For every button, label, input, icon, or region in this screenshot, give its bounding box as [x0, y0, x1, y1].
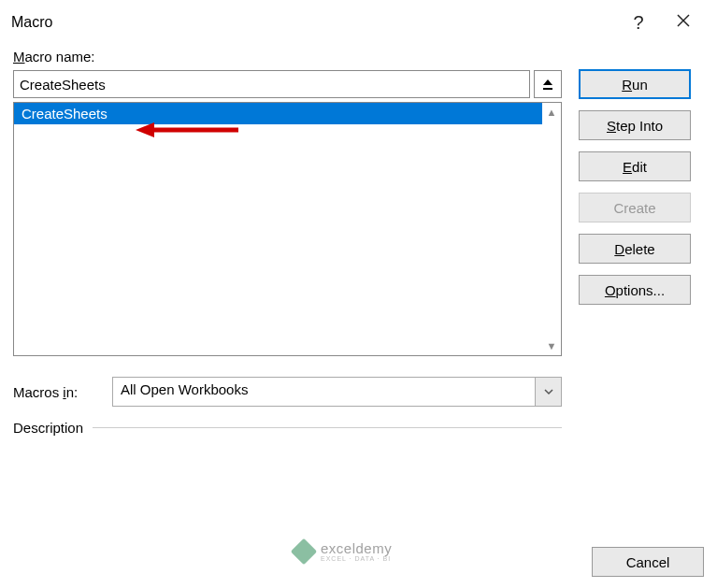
- dropdown-toggle[interactable]: [536, 377, 562, 407]
- scroll-down-icon: ▼: [547, 340, 557, 351]
- step-into-button[interactable]: Step Into: [579, 110, 691, 140]
- macro-name-input[interactable]: [13, 70, 530, 98]
- list-item[interactable]: CreateSheets: [14, 103, 542, 124]
- watermark: exceldemy EXCEL · DATA · BI: [294, 541, 392, 562]
- cancel-button[interactable]: Cancel: [592, 547, 704, 577]
- dialog-titlebar: Macro ?: [0, 0, 717, 45]
- close-button[interactable]: [661, 13, 706, 33]
- macro-name-label: Macro name:: [13, 49, 562, 65]
- macro-listbox[interactable]: CreateSheets ▲ ▼: [13, 102, 562, 356]
- macros-in-dropdown[interactable]: All Open Workbooks: [112, 377, 562, 407]
- scroll-up-icon: ▲: [547, 107, 557, 118]
- description-label: Description: [13, 420, 83, 436]
- help-button[interactable]: ?: [616, 12, 661, 34]
- watermark-logo-icon: [291, 538, 317, 565]
- macros-in-value: All Open Workbooks: [112, 377, 536, 407]
- delete-button[interactable]: Delete: [579, 234, 691, 264]
- run-button[interactable]: Run: [579, 69, 691, 99]
- listbox-scrollbar[interactable]: ▲ ▼: [542, 103, 561, 355]
- collapse-icon: [541, 78, 554, 91]
- chevron-down-icon: [543, 386, 554, 397]
- options-button[interactable]: Options...: [579, 275, 691, 305]
- reference-button[interactable]: [534, 70, 562, 98]
- description-divider: [93, 427, 562, 428]
- macros-in-label: Macros in:: [13, 384, 112, 400]
- edit-button[interactable]: Edit: [579, 151, 691, 181]
- dialog-title: Macro: [11, 14, 52, 31]
- close-icon: [676, 13, 691, 28]
- create-button: Create: [579, 193, 691, 222]
- svg-rect-2: [543, 88, 552, 90]
